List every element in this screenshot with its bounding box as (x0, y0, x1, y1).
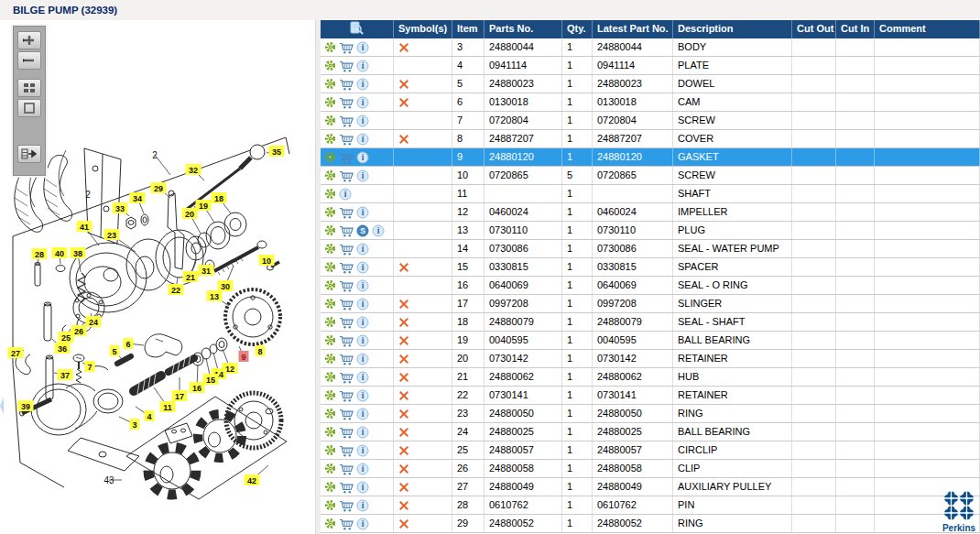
cart-icon[interactable] (339, 518, 354, 530)
gear-icon[interactable] (324, 334, 336, 346)
col-header-comment[interactable]: Comment (875, 20, 980, 38)
cart-icon[interactable] (339, 298, 354, 311)
cart-icon[interactable] (339, 316, 354, 329)
gear-icon[interactable] (324, 353, 336, 365)
part-label-5[interactable]: 5 (110, 345, 120, 356)
table-row[interactable]: i2724880049124880049AUXILIARY PULLEY (321, 478, 980, 496)
table-row[interactable]: i19004059510040595BALL BEARING (321, 332, 980, 350)
cell-icons[interactable]: i (321, 478, 394, 496)
table-row[interactable]: i2624880058124880058CLIP (321, 460, 980, 478)
table-row[interactable]: i924880120124880120GASKET (321, 148, 980, 167)
cell-icons[interactable]: i (321, 277, 394, 294)
part-label-3[interactable]: 3 (130, 419, 140, 430)
info-icon[interactable]: i (356, 169, 369, 182)
gear-icon[interactable] (324, 408, 336, 420)
col-header-icons[interactable] (321, 20, 394, 38)
info-icon[interactable]: i (356, 463, 369, 475)
cell-icons[interactable]: i (321, 460, 394, 477)
table-row[interactable]: i2424880025124880025BALL BEARING (321, 423, 980, 441)
part-label-19[interactable]: 19 (196, 200, 212, 211)
table-row[interactable]: i20073014210730142RETAINER (321, 350, 980, 368)
part-label-29[interactable]: 29 (151, 182, 167, 193)
table-row[interactable]: i4094111410941114PLATE (321, 57, 980, 75)
cell-icons[interactable]: i (321, 368, 394, 386)
col-header-parts[interactable]: Parts No. (485, 20, 562, 38)
gear-icon[interactable] (324, 60, 336, 71)
table-row[interactable]: i15033081510330815SPACER (321, 258, 980, 277)
cart-icon[interactable] (339, 151, 354, 164)
cart-icon[interactable] (339, 78, 354, 91)
col-header-cutout[interactable]: Cut Out (792, 20, 836, 38)
cell-icons[interactable]: i (321, 515, 394, 532)
part-label-31[interactable]: 31 (199, 265, 214, 276)
cell-icons[interactable]: i (321, 350, 394, 367)
part-label-40[interactable]: 40 (52, 247, 68, 258)
cell-icons[interactable]: i (321, 148, 394, 166)
part-label-6[interactable]: 6 (124, 338, 134, 349)
part-label-9[interactable]: 9 (239, 351, 249, 362)
part-label-21[interactable]: 21 (183, 271, 199, 282)
substitute-icon[interactable]: S (356, 224, 369, 237)
table-row[interactable]: i16064006910640069SEAL - O RING (321, 277, 980, 295)
gear-icon[interactable] (324, 41, 336, 53)
table-row[interactable]: i22073014110730141RETAINER (321, 387, 980, 405)
part-label-27[interactable]: 27 (8, 347, 24, 358)
info-icon[interactable]: i (356, 243, 369, 256)
table-row[interactable]: i1824880079124880079SEAL - SHAFT (321, 313, 980, 332)
part-label-8[interactable]: 8 (256, 345, 266, 356)
cart-icon[interactable] (339, 499, 354, 512)
info-icon[interactable]: i (356, 408, 369, 420)
zoom-out-button[interactable] (17, 51, 41, 70)
gear-icon[interactable] (324, 371, 336, 383)
table-row[interactable]: i7072080410720804SCREW (321, 112, 980, 130)
tile-view-button[interactable] (17, 79, 41, 97)
part-label-2[interactable]: 2 (152, 150, 158, 160)
cart-icon[interactable] (339, 169, 354, 182)
cell-icons[interactable]: i (321, 75, 394, 93)
info-icon[interactable]: i (356, 444, 369, 457)
table-row[interactable]: i6013001810130018CAM (321, 93, 980, 112)
info-icon[interactable]: i (356, 151, 369, 164)
part-label-39[interactable]: 39 (18, 400, 34, 411)
col-header-qty[interactable]: Qty. (562, 20, 593, 38)
cell-icons[interactable]: i (321, 93, 394, 111)
col-header-latest[interactable]: Latest Part No. (593, 20, 673, 38)
cell-icons[interactable]: i (321, 130, 394, 147)
gear-icon[interactable] (324, 444, 336, 456)
part-label-7[interactable]: 7 (85, 361, 95, 372)
cart-icon[interactable] (339, 481, 354, 494)
cart-icon[interactable] (339, 133, 354, 146)
cell-icons[interactable]: i (321, 332, 394, 349)
info-icon[interactable]: i (356, 279, 369, 292)
gear-icon[interactable] (324, 169, 336, 181)
part-label-16[interactable]: 16 (190, 382, 205, 393)
info-icon[interactable]: i (356, 114, 369, 127)
cart-icon[interactable] (339, 224, 354, 237)
table-row[interactable]: i524880023124880023DOWEL (321, 75, 980, 93)
part-label-11[interactable]: 11 (160, 401, 176, 412)
col-header-desc[interactable]: Description (673, 20, 792, 38)
info-icon[interactable]: i (356, 41, 369, 54)
part-label-10[interactable]: 10 (259, 255, 275, 266)
part-label-43[interactable]: 43 (103, 475, 114, 485)
part-label-17[interactable]: 17 (172, 390, 188, 401)
cell-icons[interactable]: i (321, 313, 394, 331)
gear-icon[interactable] (324, 518, 336, 529)
cell-icons[interactable]: i (321, 112, 394, 129)
cell-icons[interactable]: i (321, 38, 394, 56)
part-label-22[interactable]: 22 (169, 284, 184, 295)
view-parts-icon[interactable] (349, 21, 365, 35)
gear-icon[interactable] (324, 78, 336, 90)
part-label-34[interactable]: 34 (130, 192, 146, 203)
gear-icon[interactable] (324, 279, 336, 291)
part-label-2[interactable]: 2 (85, 190, 91, 200)
cart-icon[interactable] (339, 353, 354, 365)
info-icon[interactable]: i (356, 261, 369, 274)
part-label-24[interactable]: 24 (86, 316, 102, 327)
part-label-33[interactable]: 33 (113, 202, 128, 213)
table-row[interactable]: Si13073011010730110PLUG (321, 222, 980, 240)
cart-icon[interactable] (339, 60, 354, 72)
cell-icons[interactable]: i (321, 258, 394, 276)
gear-icon[interactable] (324, 96, 336, 108)
part-label-38[interactable]: 38 (71, 247, 86, 258)
